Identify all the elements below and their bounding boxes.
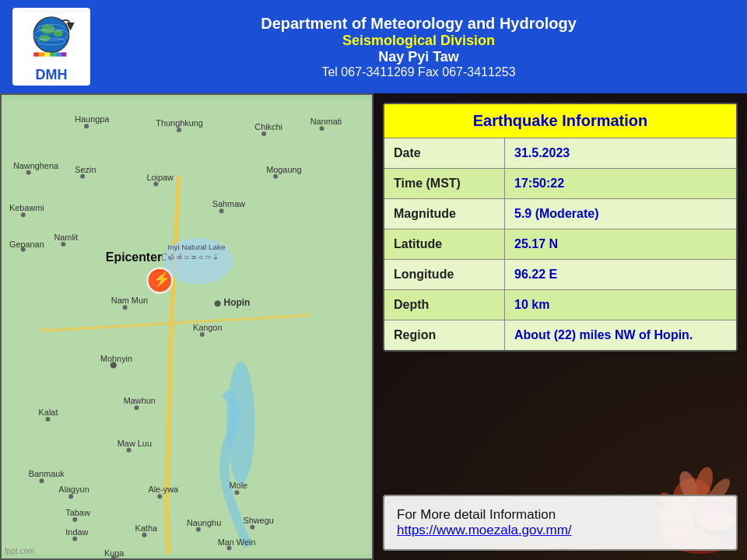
svg-point-64 [72, 517, 77, 522]
svg-text:Kebawmi: Kebawmi [9, 203, 44, 212]
svg-point-42 [123, 305, 128, 310]
svg-point-56 [40, 478, 44, 483]
svg-text:Sezin: Sezin [75, 165, 96, 174]
svg-text:Haungpa: Haungpa [75, 114, 110, 124]
svg-point-50 [135, 405, 139, 410]
svg-text:Kangon: Kangon [193, 323, 223, 332]
svg-text:Inyi Natural Lake: Inyi Natural Lake [167, 243, 226, 251]
svg-point-17 [177, 128, 181, 132]
svg-point-21 [320, 126, 324, 131]
svg-point-72 [250, 525, 254, 530]
row-value: About (22) miles NW of Hopin. [505, 320, 736, 350]
row-value: 10 km [505, 290, 736, 320]
svg-text:Mole: Mole [230, 481, 248, 490]
footer-link[interactable]: https://www.moezala.gov.mm/ [397, 523, 724, 538]
svg-rect-11 [55, 52, 61, 56]
svg-text:Namlit: Namlit [54, 233, 78, 242]
svg-point-27 [153, 182, 158, 187]
svg-text:Man Wein: Man Wein [218, 537, 256, 547]
svg-rect-8 [39, 52, 44, 56]
svg-text:Nawnghena: Nawnghena [13, 161, 59, 170]
svg-point-66 [72, 537, 77, 541]
svg-text:Thunghkung: Thunghkung [156, 118, 203, 128]
svg-point-68 [142, 533, 146, 537]
footer-box: For More detail Information https://www.… [383, 495, 738, 551]
svg-text:Nam Mun: Nam Mun [111, 296, 148, 305]
svg-point-52 [46, 417, 51, 422]
svg-rect-9 [44, 52, 50, 56]
table-row: Region About (22) miles NW of Hopin. [384, 320, 736, 350]
svg-text:Nanmati: Nanmati [310, 117, 342, 126]
table-row: Date 31.5.2023 [384, 138, 736, 168]
svg-text:Chikchi: Chikchi [254, 122, 282, 131]
info-table: Earthquake Information Date 31.5.2023 Ti… [383, 103, 738, 352]
row-value: 31.5.2023 [505, 138, 736, 168]
table-row: Time (MST) 17:50:22 [384, 168, 736, 198]
footer-text: For More detail Information [397, 507, 724, 523]
svg-point-48 [110, 362, 117, 369]
svg-text:Indaw: Indaw [65, 527, 88, 537]
svg-text:Hopin: Hopin [224, 297, 251, 308]
svg-point-44 [215, 300, 221, 306]
svg-text:Loipaw: Loipaw [146, 173, 174, 182]
row-value: 17:50:22 [505, 169, 736, 198]
svg-text:Naunghu: Naunghu [187, 518, 221, 527]
svg-text:Sahmaw: Sahmaw [212, 199, 246, 208]
logo-box: DMH [12, 8, 90, 86]
info-title: Earthquake Information [473, 112, 647, 129]
row-label: Latitude [384, 229, 505, 259]
table-row: Magnitude 5.9 (Moderate) [384, 198, 736, 229]
svg-text:Maw Luu: Maw Luu [117, 439, 152, 448]
row-label: Time (MST) [384, 169, 505, 198]
svg-point-23 [26, 170, 31, 175]
org-name: Department of Meteorology and Hydrology [103, 15, 735, 33]
row-label: Magnitude [384, 199, 505, 229]
row-value: 5.9 (Moderate) [505, 199, 736, 229]
svg-text:မြို့တော်သဘာဝကန်: မြို့တော်သဘာဝကန် [162, 254, 217, 261]
table-row: Longitude 96.22 E [384, 259, 736, 289]
svg-text:Mawhun: Mawhun [124, 396, 156, 405]
logo-label: DMH [36, 67, 68, 83]
contact-info: Tel 067-3411269 Fax 067-3411253 [103, 65, 735, 79]
info-title-row: Earthquake Information [384, 104, 736, 138]
svg-text:Banmauk: Banmauk [29, 469, 65, 478]
city-name: Nay Pyi Taw [103, 49, 735, 65]
svg-rect-12 [61, 52, 66, 56]
watermark: fppt.com [5, 547, 34, 555]
svg-text:Shwegu: Shwegu [243, 516, 273, 525]
row-label: Region [384, 320, 505, 350]
svg-text:⚡: ⚡ [153, 271, 171, 288]
svg-point-60 [157, 494, 162, 499]
svg-point-33 [219, 208, 224, 213]
main-content: Haungpa Thunghkung Chikchi Nanmati Nawng… [0, 93, 747, 560]
svg-point-31 [21, 212, 26, 217]
svg-point-19 [261, 131, 266, 136]
svg-point-25 [80, 174, 85, 179]
header: DMH Department of Meteorology and Hydrol… [0, 0, 747, 93]
svg-point-58 [68, 494, 73, 499]
right-panel: Earthquake Information Date 31.5.2023 Ti… [374, 93, 747, 560]
header-text: Department of Meteorology and Hydrology … [103, 15, 735, 79]
row-label: Longitude [384, 260, 505, 289]
svg-point-54 [127, 448, 132, 453]
row-value: 25.17 N [505, 229, 736, 259]
svg-point-37 [61, 242, 65, 247]
svg-text:Gepanan: Gepanan [9, 240, 44, 249]
svg-text:Mohnyin: Mohnyin [100, 354, 132, 363]
svg-rect-7 [33, 52, 39, 56]
svg-text:Ale-ywa: Ale-ywa [148, 485, 179, 494]
svg-point-0 [33, 16, 69, 52]
svg-text:Alagyun: Alagyun [58, 485, 89, 494]
svg-text:Tabaw: Tabaw [65, 508, 90, 517]
svg-text:Kalat: Kalat [39, 408, 58, 417]
svg-point-29 [273, 174, 278, 179]
division-name: Seismological Division [103, 33, 735, 49]
map-area: Haungpa Thunghkung Chikchi Nanmati Nawng… [0, 93, 374, 560]
dmh-logo-icon [24, 11, 79, 65]
svg-text:Epicenter: Epicenter [106, 250, 162, 264]
table-row: Latitude 25.17 N [384, 229, 736, 259]
map-svg: Haungpa Thunghkung Chikchi Nanmati Nawng… [2, 95, 372, 558]
svg-point-70 [196, 527, 201, 532]
info-rows-container: Date 31.5.2023 Time (MST) 17:50:22 Magni… [384, 138, 736, 350]
table-row: Depth 10 km [384, 289, 736, 320]
